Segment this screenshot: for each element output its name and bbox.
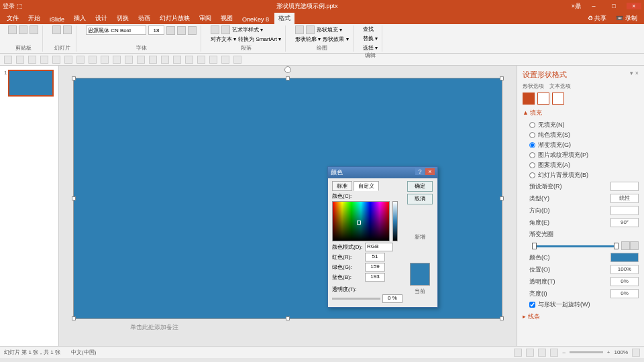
qat-icon[interactable] xyxy=(221,56,229,64)
pos-input[interactable]: 100% xyxy=(610,265,639,274)
dialog-titlebar[interactable]: 颜色 ?× xyxy=(328,167,437,178)
resize-handle[interactable] xyxy=(286,316,290,320)
zoom-value[interactable]: 100% xyxy=(614,349,628,355)
max-button[interactable]: □ xyxy=(606,3,621,9)
view-sorter-icon[interactable] xyxy=(526,349,534,357)
shape-options-tab[interactable]: 形状选项 xyxy=(523,83,544,89)
tab-design[interactable]: 设计 xyxy=(91,13,111,24)
tab-standard[interactable]: 标准 xyxy=(332,181,352,191)
qat-icon[interactable] xyxy=(28,56,36,64)
color-spectrum[interactable] xyxy=(332,201,390,241)
fit-icon[interactable] xyxy=(632,349,640,357)
autosave[interactable]: 登录 ⬚ xyxy=(3,2,43,11)
share-button[interactable]: ♻ 共享 xyxy=(584,13,611,24)
tab-review[interactable]: 审阅 xyxy=(195,13,215,24)
fill-gradient[interactable] xyxy=(529,142,535,148)
tab-view[interactable]: 视图 xyxy=(217,13,237,24)
qat-icon[interactable] xyxy=(113,56,121,64)
shape-fx-menu[interactable]: 形状效果 ▾ xyxy=(323,36,348,43)
fill-section[interactable]: ▲ 填充 xyxy=(523,109,639,117)
qat-icon[interactable] xyxy=(233,56,241,64)
tab-format[interactable]: 格式 xyxy=(274,13,294,24)
color-select[interactable] xyxy=(610,253,639,262)
effects-icon[interactable] xyxy=(537,93,549,105)
resize-handle[interactable] xyxy=(72,316,76,320)
underline-icon[interactable] xyxy=(188,26,197,35)
qat-icon[interactable] xyxy=(4,56,12,64)
qat-icon[interactable] xyxy=(76,56,85,64)
green-input[interactable]: 159 xyxy=(365,263,385,272)
user-name[interactable]: ×鼎 xyxy=(572,2,581,11)
stop-handle[interactable] xyxy=(614,243,619,249)
tab-insert[interactable]: 插入 xyxy=(70,13,90,24)
hue-slider[interactable] xyxy=(392,201,398,241)
resize-handle[interactable] xyxy=(500,76,504,80)
align-menu[interactable]: 对齐文本 ▾ xyxy=(211,36,236,43)
resize-handle[interactable] xyxy=(72,196,76,200)
qat-icon[interactable] xyxy=(173,56,181,64)
line-section[interactable]: ▸ 线条 xyxy=(523,312,639,321)
font-size[interactable] xyxy=(148,25,164,35)
shape-outline-menu[interactable]: 形状轮廓 ▾ xyxy=(295,36,321,43)
zoom-out[interactable]: – xyxy=(562,349,565,355)
resize-handle[interactable] xyxy=(286,76,290,80)
trans-slider[interactable] xyxy=(332,298,380,300)
qat-icon[interactable] xyxy=(40,56,48,64)
fill-none[interactable] xyxy=(529,122,535,128)
zoom-slider[interactable] xyxy=(570,351,603,353)
arrange-icon[interactable] xyxy=(306,25,315,34)
copy-icon[interactable] xyxy=(30,25,38,34)
qat-icon[interactable] xyxy=(52,56,60,64)
dialog-close-icon[interactable]: × xyxy=(425,168,435,175)
spectrum-cursor[interactable] xyxy=(357,221,361,225)
qat-icon[interactable] xyxy=(149,56,157,64)
qat-icon[interactable] xyxy=(137,56,145,64)
paste-icon[interactable] xyxy=(8,25,17,34)
find-button[interactable]: 查找 xyxy=(363,25,374,33)
min-button[interactable]: – xyxy=(586,3,601,9)
angle-input[interactable]: 90° xyxy=(610,218,639,227)
qat-icon[interactable] xyxy=(161,56,169,64)
cancel-button[interactable]: 取消 xyxy=(407,194,433,204)
trans-input[interactable]: 0% xyxy=(610,277,639,286)
tab-anim[interactable]: 动画 xyxy=(134,13,154,24)
fill-slidebg[interactable] xyxy=(529,172,535,178)
panel-close-icon[interactable]: ▾ × xyxy=(630,70,639,82)
close-button[interactable]: × xyxy=(627,3,641,9)
tab-file[interactable]: 文件 xyxy=(3,13,23,24)
resize-handle[interactable] xyxy=(500,196,504,200)
rotate-with-shape[interactable] xyxy=(529,302,535,308)
numbering-icon[interactable] xyxy=(221,25,230,34)
tab-onekey[interactable]: OneKey 8 xyxy=(238,15,273,24)
thumbnail-1[interactable] xyxy=(8,70,54,97)
remove-stop-icon[interactable] xyxy=(630,241,639,250)
add-stop-icon[interactable] xyxy=(621,241,630,250)
resize-handle[interactable] xyxy=(500,316,504,320)
qat-icon[interactable] xyxy=(101,56,109,64)
rotate-handle[interactable] xyxy=(284,66,291,73)
view-normal-icon[interactable] xyxy=(514,349,522,357)
qat-icon[interactable] xyxy=(209,56,217,64)
gradient-stops[interactable] xyxy=(532,243,619,249)
ok-button[interactable]: 确定 xyxy=(407,181,433,192)
tab-islide[interactable]: iSlide xyxy=(46,15,68,24)
trans-input[interactable]: 0 % xyxy=(382,294,402,303)
slide-shape[interactable] xyxy=(73,78,502,319)
fill-solid[interactable] xyxy=(529,132,535,138)
bold-icon[interactable] xyxy=(166,26,175,35)
select-button[interactable]: 选择 ▾ xyxy=(363,44,378,52)
tab-custom[interactable]: 自定义 xyxy=(354,181,379,191)
zoom-in[interactable]: + xyxy=(607,349,610,355)
tab-home[interactable]: 开始 xyxy=(24,13,44,24)
size-icon[interactable] xyxy=(552,93,564,105)
stop-handle[interactable] xyxy=(532,243,537,249)
qat-icon[interactable] xyxy=(89,56,97,64)
qat-icon[interactable] xyxy=(16,56,24,64)
fill-picture[interactable] xyxy=(529,152,535,158)
view-slideshow-icon[interactable] xyxy=(550,349,558,357)
dialog-help-icon[interactable]: ? xyxy=(415,168,425,175)
dir-select[interactable] xyxy=(610,206,639,215)
qat-icon[interactable] xyxy=(125,56,133,64)
cut-icon[interactable] xyxy=(19,25,28,34)
tab-show[interactable]: 幻灯片放映 xyxy=(156,13,194,24)
